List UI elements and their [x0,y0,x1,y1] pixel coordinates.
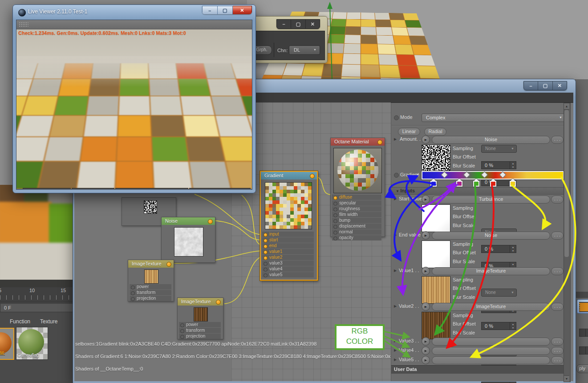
channel-dropdown[interactable]: DL ▼ [289,45,320,55]
gradient-knot[interactable] [456,179,463,186]
viewport-left[interactable] [0,185,73,280]
shader-link-button[interactable]: ▶ [422,346,430,355]
port-dot-icon[interactable] [264,273,268,277]
frame-field[interactable]: 0 F [0,303,76,312]
port-dot-icon[interactable] [333,208,337,212]
value2-shader-bar[interactable]: ImageTexture [432,303,550,311]
output-port-icon[interactable] [208,219,213,224]
gradient-knot[interactable] [473,179,480,186]
expand-arrow-icon[interactable]: ▶ [394,348,397,352]
output-port-icon[interactable] [216,300,221,305]
scroll-up-icon[interactable]: ▲ [564,103,569,110]
spinner-arrows-icon[interactable]: ▲▼ [510,162,516,169]
port-dot-icon[interactable] [264,244,268,249]
more-button[interactable]: . . . [551,347,564,355]
shader-link-button[interactable]: ▶ [422,302,430,311]
expand-arrow-icon[interactable]: ▶ [394,137,397,141]
radial-button[interactable]: Radial [424,128,446,136]
node-gradient[interactable]: Gradient inputstartendvalue1value2value3… [260,171,318,281]
port-dot-icon[interactable] [264,233,268,237]
material-thumb-partial[interactable]: M: [0,328,14,360]
maximize-button[interactable]: ▢ [217,6,233,14]
port-dot-icon[interactable] [131,285,135,289]
more-button[interactable]: . . . [551,196,564,204]
shader-link-button[interactable]: ▶ [422,231,430,240]
spinner-field[interactable]: ▲▼ [579,329,588,337]
port-dot-icon[interactable] [333,231,337,235]
more-button[interactable]: . . . [551,356,564,364]
minimize-button[interactable]: – [202,6,217,14]
port-value5[interactable]: value5 [262,272,314,277]
blur-scale-field[interactable]: 0 %▲▼ [481,322,516,330]
blur-offset-field[interactable]: 0 %▲▼ [481,161,516,169]
port-dot-icon[interactable] [264,239,268,243]
port-value1[interactable]: value1 [262,249,314,254]
port-dot-icon[interactable] [264,268,268,272]
port-dot-icon[interactable] [180,335,184,339]
output-port-icon[interactable] [166,262,171,267]
node-octane-material[interactable]: Octane Material diffusespecularroughness… [330,138,385,237]
apply-button-partial[interactable]: ply [576,364,588,373]
texture-icon-button[interactable] [577,299,588,314]
render-view[interactable]: Check:1.234ms. Gen:0ms. Update:0.602ms. … [16,29,252,189]
more-button[interactable]: . . . [551,303,564,311]
value4-shader-bar[interactable] [432,347,550,355]
scroll-down-icon[interactable]: ▼ [564,375,569,382]
close-button[interactable]: ✕ [553,81,567,90]
live-viewer-titlebar[interactable]: Live Viewer 2.11.0 Test-1 – ▢ ✕ [13,5,255,20]
gradient-knot[interactable] [509,179,516,186]
value5-shader-bar[interactable] [432,356,550,364]
port-power[interactable]: power [179,322,221,327]
port-projection[interactable]: projection [179,334,221,339]
port-dot-icon[interactable] [333,213,337,217]
port-dot-icon[interactable] [131,297,135,301]
spinner-arrows-icon[interactable]: ▲▼ [585,347,588,354]
port-dot-icon[interactable] [333,196,337,200]
port-projection[interactable]: projection [130,296,171,301]
port-dot-icon[interactable] [131,291,135,295]
close-button[interactable]: ✕ [233,6,252,14]
port-value3[interactable]: value3 [262,261,314,266]
sampling-dropdown[interactable]: None▼ [481,289,517,297]
blur-offset-field[interactable]: 0 %▲▼ [481,245,516,253]
gradient-knot[interactable] [430,179,437,186]
minimize-button[interactable]: – [524,81,538,90]
expand-arrow-icon[interactable]: ▶ [394,269,397,273]
start-value-shader-bar[interactable]: Turbulence [432,196,550,204]
node-noise[interactable]: Noise [161,217,215,263]
port-value4[interactable]: value4 [262,266,314,272]
port-opacity[interactable]: opacity [332,235,381,240]
port-value2[interactable]: value2 [262,255,314,260]
port-dot-icon[interactable] [180,329,184,333]
port-diffuse[interactable]: diffuse [332,195,381,200]
linear-button[interactable]: Linear [398,128,420,136]
port-dot-icon[interactable] [333,202,337,206]
port-film-width[interactable]: film width [332,212,381,217]
amount-more-button[interactable]: . . . [551,136,564,144]
shader-link-button[interactable]: ▶ [422,337,430,346]
port-transform[interactable]: transform [179,328,221,333]
spinner-arrows-icon[interactable]: ▲▼ [510,322,516,330]
live-viewer-toolbar[interactable] [16,20,252,29]
gradient-knot[interactable] [490,179,497,186]
minimize-button[interactable]: – [277,20,291,29]
amount-shader-bar[interactable]: Noise [432,136,550,144]
port-dot-icon[interactable] [264,262,268,266]
port-dot-icon[interactable] [333,225,337,229]
inputs-section-header[interactable]: ▼ Inputs [391,187,565,195]
expand-arrow-icon[interactable]: ▶ [394,304,397,308]
user-data-section-header[interactable]: User Data [391,365,568,374]
output-port-icon[interactable] [310,174,315,179]
expand-arrow-icon[interactable]: ▶ [394,233,397,237]
expand-arrow-icon[interactable]: ▶ [394,197,397,201]
shader-link-button[interactable]: ▶ [422,135,430,144]
port-input[interactable]: input [262,232,314,237]
spinner-field[interactable]: ▲▼ [579,346,588,354]
node-header[interactable]: Noise [162,217,215,225]
shader-link-button[interactable]: ▶ [422,267,430,275]
grip-handle-icon[interactable] [19,22,28,27]
port-specular[interactable]: specular [332,200,381,206]
port-end[interactable]: end [262,243,314,249]
node-header[interactable]: ImageTexture [178,298,223,306]
port-power[interactable]: power [130,284,171,289]
